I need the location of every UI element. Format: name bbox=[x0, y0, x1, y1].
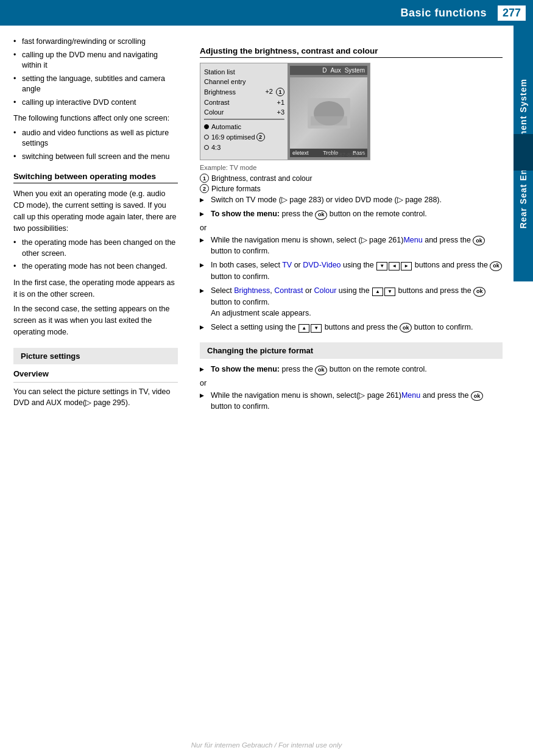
caption-line-2: 2 Picture formats bbox=[200, 184, 503, 193]
overview-heading: Overview bbox=[13, 369, 178, 378]
tv-caption-label: Example: TV mode bbox=[200, 164, 503, 171]
list-item: calling up the DVD menu and navigating w… bbox=[13, 50, 178, 71]
instruction-item: To show the menu: press the ok button on… bbox=[200, 364, 503, 375]
instruction-item: In both cases, select TV or DVD-Video us… bbox=[200, 260, 503, 282]
down-btn3: ▼ bbox=[311, 324, 322, 333]
left-column: fast forwarding/rewinding or scrolling c… bbox=[0, 26, 189, 422]
caption-line-1: 1 Brightness, contrast and colour bbox=[200, 174, 503, 183]
overview-body: You can select the picture settings in T… bbox=[13, 386, 178, 409]
footer: Nur für internen Gebrauch / For internal… bbox=[0, 741, 533, 749]
menu-item-colour: Colour +3 bbox=[204, 107, 284, 117]
section1-bullet-list: the operating mode has been changed on t… bbox=[13, 238, 178, 272]
caption-num-1: 1 bbox=[200, 174, 209, 183]
instruction-item: Select Brightness, Contrast or Colour us… bbox=[200, 285, 503, 319]
menu-item-16-9: 16:9 optimised 2 bbox=[204, 132, 284, 143]
section1-body1: When you exit an operating mode (e.g. au… bbox=[13, 188, 178, 234]
instruction-item: While the navigation menu is shown, sele… bbox=[200, 390, 503, 412]
radio-filled bbox=[204, 124, 209, 129]
list-item: fast forwarding/rewinding or scrolling bbox=[13, 37, 178, 48]
list-item: audio and video functions as well as pic… bbox=[13, 128, 178, 149]
ok-button-icon4: ok bbox=[473, 287, 485, 297]
menu-item-contrast: Contrast +1 bbox=[204, 97, 284, 107]
list-item: the operating mode has not been changed. bbox=[13, 261, 178, 272]
ok-button-icon2: ok bbox=[473, 236, 485, 246]
instruction-item: Switch on TV mode (▷ page 283) or video … bbox=[200, 194, 503, 205]
down-btn2: ▼ bbox=[384, 288, 395, 296]
radio-empty bbox=[204, 135, 209, 140]
tv-screenshot: Station list Channel entry Brightness +2… bbox=[200, 63, 370, 160]
right-column: Adjusting the brightness, contrast and c… bbox=[189, 26, 533, 422]
page-number: 277 bbox=[498, 5, 526, 21]
instruction-item: While the navigation menu is shown, sele… bbox=[200, 235, 503, 257]
list-item: switching between full screen and the me… bbox=[13, 152, 178, 163]
instruction-item: To show the menu: press the ok button on… bbox=[200, 208, 503, 220]
instruction-item: Select a setting using the ▲▼ buttons an… bbox=[200, 322, 503, 333]
or-text-1: or bbox=[200, 224, 503, 232]
badge-1: 1 bbox=[276, 88, 284, 96]
divider bbox=[13, 382, 178, 383]
photo-stamp: P82.87-8381-31 bbox=[328, 152, 367, 158]
screen-bullet-list: audio and video functions as well as pic… bbox=[13, 128, 178, 163]
menu-item-station: Station list bbox=[204, 67, 284, 77]
intro-bullet-list: fast forwarding/rewinding or scrolling c… bbox=[13, 37, 178, 108]
instruction-list-4: While the navigation menu is shown, sele… bbox=[200, 390, 503, 412]
ok-button-icon7: ok bbox=[471, 391, 483, 401]
menu-item-channel: Channel entry bbox=[204, 77, 284, 87]
radio-empty2 bbox=[204, 145, 209, 150]
or-text-2: or bbox=[200, 379, 503, 387]
menu-item-4-3: 4:3 bbox=[204, 143, 284, 152]
tv-top-bar: D Aux System bbox=[290, 66, 367, 75]
up-btn2: ▲ bbox=[298, 324, 309, 333]
tv-left-panel: Station list Channel entry Brightness +2… bbox=[200, 63, 289, 160]
divider bbox=[204, 119, 284, 120]
list-item: the operating mode has been changed on t… bbox=[13, 238, 178, 259]
ok-button-icon6: ok bbox=[315, 366, 327, 375]
section1-body3: In the second case, the setting appears … bbox=[13, 303, 178, 337]
ok-button-icon5: ok bbox=[400, 323, 412, 333]
down-btn: ▼ bbox=[376, 262, 387, 270]
main-content: fast forwarding/rewinding or scrolling c… bbox=[0, 26, 533, 422]
instruction-list-3: To show the menu: press the ok button on… bbox=[200, 364, 503, 375]
menu-item-brightness: Brightness +2 1 bbox=[204, 87, 284, 97]
tv-image-area bbox=[290, 77, 367, 149]
footer-text: Nur für internen Gebrauch / For internal… bbox=[191, 741, 342, 749]
picture-settings-box: Picture settings bbox=[13, 348, 178, 364]
menu-item-automatic: Automatic bbox=[204, 122, 284, 132]
instruction-list-1: Switch on TV mode (▷ page 283) or video … bbox=[200, 194, 503, 220]
ok-button-icon: ok bbox=[315, 210, 327, 220]
changing-picture-format-box: Changing the picture format bbox=[200, 342, 503, 359]
instruction-list-2: While the navigation menu is shown, sele… bbox=[200, 235, 503, 333]
up-btn: ▲ bbox=[372, 288, 383, 296]
caption-num-2: 2 bbox=[200, 184, 209, 193]
screen-intro: The following functions affect only one … bbox=[13, 113, 178, 124]
side-tab-bar bbox=[514, 134, 533, 171]
main-heading: Adjusting the brightness, contrast and c… bbox=[200, 46, 503, 58]
svg-rect-2 bbox=[311, 116, 347, 125]
header-title: Basic functions bbox=[400, 7, 487, 19]
section1-heading: Switching between operating modes bbox=[13, 172, 178, 183]
tv-image-svg bbox=[305, 95, 353, 132]
list-item: calling up interactive DVD content bbox=[13, 97, 178, 108]
list-item: setting the language, subtitles and came… bbox=[13, 74, 178, 95]
tv-right-panel: D Aux System eletext Treble Bass bbox=[288, 63, 370, 160]
right-btn: ► bbox=[401, 262, 412, 270]
section1-body2: In the first case, the operating mode ap… bbox=[13, 277, 178, 300]
badge-2: 2 bbox=[256, 133, 265, 141]
page-header: Basic functions 277 bbox=[0, 0, 533, 26]
left-btn: ◄ bbox=[389, 262, 400, 270]
ok-button-icon3: ok bbox=[490, 261, 502, 271]
